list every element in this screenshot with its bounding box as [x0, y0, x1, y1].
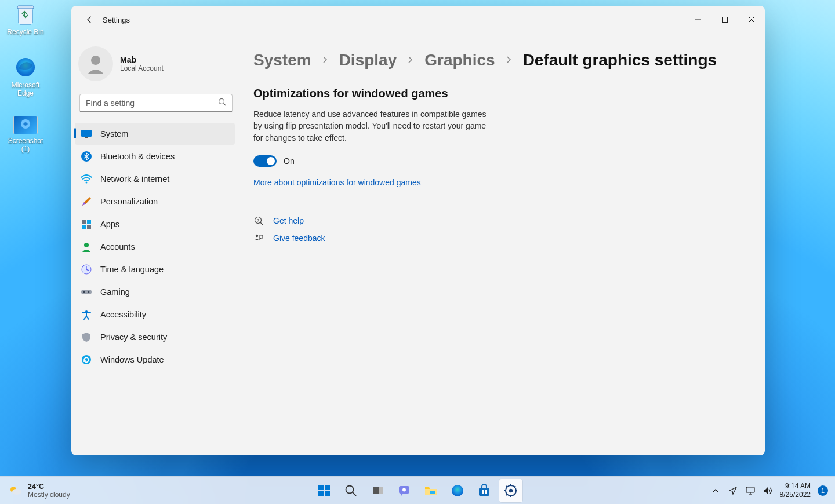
speaker-icon	[763, 487, 772, 495]
search-box[interactable]	[79, 94, 233, 112]
minimize-button[interactable]	[685, 10, 711, 29]
breadcrumb-system[interactable]: System	[253, 51, 311, 70]
svg-rect-18	[87, 225, 91, 229]
svg-point-24	[85, 310, 88, 312]
svg-point-19	[84, 243, 89, 247]
desktop-icon-label: Microsoft Edge	[2, 81, 49, 98]
clock-time: 9:14 AM	[780, 482, 811, 491]
recycle-bin-icon	[14, 2, 37, 25]
nav-item-network[interactable]: Network & internet	[75, 168, 235, 190]
breadcrumb: System Display Graphics Default graphics…	[253, 51, 742, 70]
profile-name: Mab	[120, 55, 164, 64]
nav-label: Bluetooth & devices	[100, 152, 175, 161]
nav-item-personalization[interactable]: Personalization	[75, 191, 235, 213]
task-view-button[interactable]	[366, 479, 389, 502]
taskbar-store[interactable]	[473, 479, 496, 502]
taskbar: 24°C Mostly cloudy	[0, 476, 835, 504]
search-input[interactable]	[86, 98, 218, 108]
nav-item-gaming[interactable]: Gaming	[75, 281, 235, 303]
breadcrumb-display[interactable]: Display	[339, 51, 397, 70]
nav-item-system[interactable]: System	[75, 123, 235, 145]
close-button[interactable]	[738, 10, 765, 29]
svg-point-51	[509, 488, 513, 492]
svg-line-28	[260, 222, 263, 225]
nav-item-time[interactable]: Time & language	[75, 258, 235, 280]
taskbar-center	[313, 479, 522, 502]
svg-line-56	[506, 486, 507, 487]
location-arrow-icon	[729, 487, 737, 495]
svg-rect-21	[81, 290, 92, 294]
breadcrumb-current: Default graphics settings	[523, 51, 717, 70]
nav-label: Time & language	[100, 265, 164, 274]
svg-point-22	[84, 291, 85, 293]
nav-label: System	[100, 129, 128, 138]
nav-label: Gaming	[100, 287, 130, 297]
taskbar-edge[interactable]	[446, 479, 469, 502]
nav-item-update[interactable]: Windows Update	[75, 349, 235, 371]
get-help-link[interactable]: Get help	[273, 216, 304, 225]
desktop-icon-screenshot[interactable]: Screenshot (1)	[2, 116, 49, 154]
breadcrumb-graphics[interactable]: Graphics	[424, 51, 495, 70]
svg-rect-11	[81, 130, 92, 137]
taskbar-search[interactable]	[339, 479, 362, 502]
section-description: Reduce latency and use advanced features…	[253, 108, 497, 144]
nav-item-accounts[interactable]: Accounts	[75, 236, 235, 258]
nav-item-privacy[interactable]: Privacy & security	[75, 326, 235, 348]
tray-network[interactable]	[745, 485, 756, 496]
toggle-label: On	[284, 156, 295, 166]
tray-overflow[interactable]	[710, 485, 721, 496]
profile-subtitle: Local Account	[120, 64, 164, 72]
svg-line-57	[514, 494, 515, 495]
svg-rect-46	[482, 490, 484, 492]
weather-temp: 24°C	[28, 483, 70, 491]
chevron-right-icon	[407, 55, 414, 65]
desktop-icon-edge[interactable]: Microsoft Edge	[2, 56, 49, 98]
give-feedback-link[interactable]: Give feedback	[273, 233, 325, 243]
maximize-button[interactable]	[711, 10, 738, 29]
taskbar-explorer[interactable]	[419, 479, 442, 502]
tray-volume[interactable]	[763, 485, 773, 496]
taskbar-settings[interactable]	[499, 479, 522, 502]
svg-line-58	[514, 486, 515, 487]
clock-globe-icon	[81, 264, 92, 275]
svg-rect-16	[87, 220, 91, 224]
arrow-left-icon	[85, 15, 94, 24]
settings-window: Settings Mab Local Account	[71, 6, 765, 455]
nav-item-apps[interactable]: Apps	[75, 213, 235, 235]
svg-point-14	[86, 182, 88, 184]
svg-rect-45	[479, 488, 489, 496]
person-icon	[84, 52, 107, 75]
weather-widget[interactable]: 24°C Mostly cloudy	[8, 483, 70, 499]
more-about-link[interactable]: More about optimizations for windowed ga…	[253, 178, 421, 187]
taskbar-chat[interactable]	[393, 479, 416, 502]
desktop-icon-recycle-bin[interactable]: Recycle Bin	[2, 2, 49, 36]
maximize-icon	[722, 17, 728, 23]
notification-badge[interactable]: 1	[818, 485, 828, 496]
task-view-icon	[371, 484, 384, 497]
svg-rect-49	[485, 492, 487, 494]
profile-block[interactable]: Mab Local Account	[71, 34, 241, 94]
person-icon	[81, 241, 92, 253]
optimizations-toggle[interactable]	[253, 155, 277, 167]
tray-location[interactable]	[728, 485, 738, 496]
nav-item-bluetooth[interactable]: Bluetooth & devices	[75, 145, 235, 167]
svg-rect-5	[723, 17, 728, 23]
back-button[interactable]	[79, 15, 99, 24]
svg-rect-48	[482, 492, 484, 494]
svg-rect-35	[325, 491, 330, 496]
svg-rect-34	[318, 491, 324, 496]
screenshot-thumb-icon	[13, 116, 38, 134]
chevron-up-icon	[712, 487, 719, 494]
nav-label: Privacy & security	[100, 333, 167, 342]
clock-date: 8/25/2022	[780, 491, 811, 499]
taskbar-clock[interactable]: 9:14 AM 8/25/2022	[780, 482, 811, 499]
svg-point-41	[402, 488, 406, 491]
sidebar: Mab Local Account System Bluetooth & dev…	[71, 34, 245, 455]
svg-point-8	[91, 56, 100, 65]
svg-point-36	[346, 485, 354, 493]
nav-item-accessibility[interactable]: Accessibility	[75, 304, 235, 326]
start-button[interactable]	[313, 479, 336, 502]
svg-rect-39	[379, 487, 383, 494]
svg-line-10	[224, 103, 226, 105]
search-icon	[218, 98, 226, 108]
